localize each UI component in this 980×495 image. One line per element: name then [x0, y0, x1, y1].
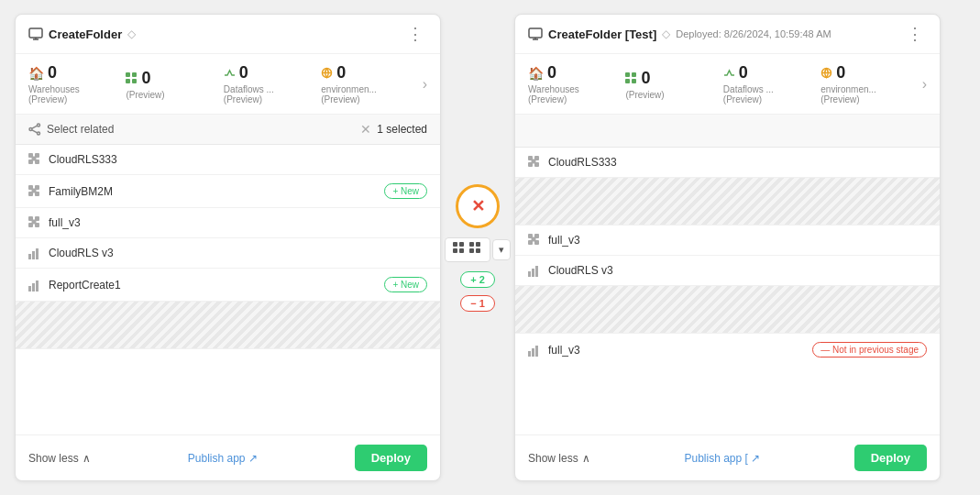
svg-rect-66	[532, 348, 534, 357]
list-item[interactable]: FamilyBM2M + New	[16, 175, 440, 208]
sync-indicator: ✕	[456, 184, 500, 228]
stat-dataflows-label-right: Dataflows ...(Preview)	[723, 84, 774, 104]
show-less-label-right: Show less	[528, 452, 578, 465]
svg-rect-29	[28, 254, 31, 259]
svg-rect-32	[28, 286, 31, 292]
panel-right-title: CreateFolder [Test]	[548, 28, 656, 41]
striped-placeholder-left	[16, 302, 440, 349]
share-icon-left	[28, 123, 41, 136]
house-icon-right: 🏠	[528, 66, 544, 81]
grid-stat-icon-right	[625, 72, 637, 84]
grid-icon	[528, 156, 541, 169]
publish-app-link-left[interactable]: Publish app ↗	[188, 452, 258, 465]
svg-rect-33	[32, 283, 35, 292]
show-less-btn-right[interactable]: Show less ∧	[528, 452, 590, 465]
list-item[interactable]: full_v3	[515, 226, 940, 256]
new-badge: + New	[384, 277, 427, 292]
list-item[interactable]: CloudRLS333	[515, 148, 940, 178]
bar-chart-icon	[528, 344, 541, 357]
view-toggle-group: ▾	[443, 236, 512, 264]
list-item[interactable]: full_v3 — Not in previous stage	[515, 334, 940, 366]
flow-icon-right	[723, 67, 735, 79]
svg-rect-37	[453, 248, 457, 253]
bar-chart-icon	[528, 264, 541, 277]
svg-rect-3	[126, 72, 130, 77]
striped-placeholder-right-1	[515, 178, 940, 226]
item-name: ReportCreate1	[49, 279, 377, 292]
flow-icon-left	[224, 67, 236, 79]
deployed-label: Deployed: 8/26/2024, 10:59:48 AM	[676, 28, 831, 39]
svg-rect-48	[625, 79, 630, 83]
svg-rect-18	[32, 157, 37, 161]
monitor-icon-right	[528, 27, 543, 41]
select-related-right: ✕ 1 selected	[360, 122, 427, 137]
svg-rect-47	[632, 72, 636, 77]
grid-icon	[28, 153, 41, 166]
external-link-icon-left: ↗	[248, 452, 258, 465]
select-related-label: Select related	[47, 123, 114, 136]
deploy-btn-left[interactable]: Deploy	[355, 445, 427, 471]
grid-icon	[28, 185, 41, 198]
svg-rect-36	[459, 242, 464, 247]
toggle-dropdown-btn[interactable]: ▾	[492, 239, 511, 260]
svg-rect-34	[36, 280, 39, 292]
list-item[interactable]: ReportCreate1 + New	[16, 269, 440, 302]
panel-right-stats: 🏠 0 Warehouses(Preview) 0 (Preview)	[515, 54, 940, 115]
deploy-btn-right[interactable]: Deploy	[854, 445, 927, 471]
publish-app-link-right[interactable]: Publish app [ ↗	[684, 452, 759, 465]
panel-left-header: CreateFolder ◇ ⋮	[16, 15, 440, 54]
panel-right: CreateFolder [Test] ◇ Deployed: 8/26/202…	[514, 14, 941, 481]
panel-right-title-row: CreateFolder [Test] ◇ Deployed: 8/26/202…	[528, 27, 831, 41]
stat-env-left: 0 environmen...(Preview)	[321, 63, 418, 104]
kebab-menu-left[interactable]: ⋮	[403, 24, 427, 44]
item-name: CloudRLS v3	[49, 247, 427, 259]
list-item[interactable]: CloudRLS v3	[16, 238, 440, 269]
stats-chevron-left[interactable]: ›	[423, 76, 427, 93]
toggle-view-btn[interactable]	[445, 237, 490, 262]
new-badge: + New	[384, 183, 427, 199]
kebab-menu-right[interactable]: ⋮	[903, 24, 927, 44]
stat-dataflows-left: 0 Dataflows ...(Preview)	[224, 63, 321, 104]
svg-rect-4	[132, 72, 137, 77]
svg-rect-42	[476, 248, 480, 253]
stats-chevron-right[interactable]: ›	[922, 76, 927, 93]
striped-placeholder-right-2	[515, 286, 940, 334]
svg-point-11	[38, 132, 40, 135]
monitor-icon	[28, 27, 43, 41]
stat-warehouses-right: 🏠 0 Warehouses(Preview)	[528, 63, 625, 104]
svg-point-9	[38, 124, 40, 126]
svg-rect-38	[459, 248, 464, 253]
svg-rect-35	[453, 242, 457, 247]
close-icon-left[interactable]: ✕	[360, 122, 371, 137]
toggle-grid-icon	[453, 242, 466, 255]
panel-left-title: CreateFolder	[49, 28, 122, 41]
svg-rect-5	[126, 79, 130, 83]
env-icon-right	[820, 67, 832, 79]
item-name: CloudRLS333	[49, 153, 427, 166]
stat-warehouses-label-right: Warehouses(Preview)	[528, 84, 579, 104]
svg-rect-0	[29, 28, 42, 38]
list-item[interactable]: CloudRLS333	[16, 145, 440, 175]
svg-rect-65	[528, 351, 531, 357]
list-item[interactable]: full_v3	[16, 208, 440, 238]
list-item[interactable]: CloudRLS v3	[515, 256, 940, 286]
svg-rect-39	[469, 242, 474, 247]
env-icon-left	[321, 67, 333, 79]
svg-line-13	[32, 130, 38, 133]
svg-rect-6	[132, 79, 137, 83]
item-name: FamilyBM2M	[49, 185, 377, 198]
diff-add-badge: + 2	[460, 271, 495, 288]
selected-badge: 1 selected	[377, 123, 427, 136]
publish-app-label-left: Publish app	[188, 452, 246, 465]
stat-dataflows-label-left: Dataflows ...(Preview)	[224, 84, 274, 104]
bar-chart-icon	[28, 279, 41, 292]
panel-right-items: CloudRLS333 full_v3 Cloud	[515, 148, 940, 434]
svg-rect-41	[469, 248, 474, 253]
chevron-up-icon-left: ∧	[83, 452, 91, 465]
svg-line-12	[32, 126, 38, 128]
show-less-btn-left[interactable]: Show less ∧	[28, 452, 91, 465]
panel-left-footer: Show less ∧ Publish app ↗ Deploy	[16, 434, 440, 480]
svg-rect-31	[36, 248, 39, 259]
item-name: full_v3	[49, 216, 427, 229]
grid-stat-icon-left	[126, 72, 138, 84]
